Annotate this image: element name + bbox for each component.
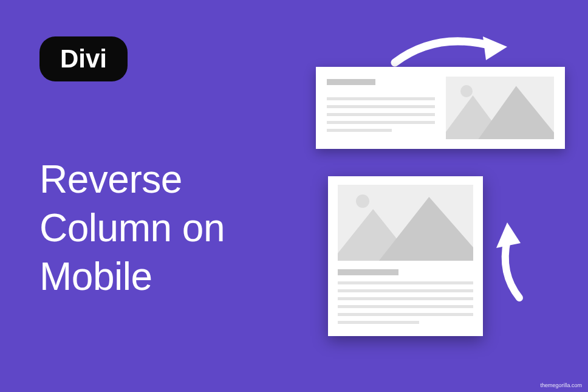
placeholder-line (338, 313, 473, 316)
placeholder-line (327, 129, 392, 132)
placeholder-heading (338, 269, 398, 275)
placeholder-line (327, 121, 435, 124)
image-column (446, 77, 554, 139)
arrow-up-icon (495, 219, 528, 304)
placeholder-line (327, 105, 435, 108)
desktop-layout-mock (316, 67, 565, 149)
arrow-right-icon (389, 33, 510, 67)
placeholder-line (338, 289, 473, 292)
placeholder-heading (327, 79, 375, 85)
placeholder-line (338, 305, 473, 308)
attribution-text: themegorilla.com (540, 382, 582, 388)
placeholder-line (338, 321, 419, 324)
title-line-3: Mobile (39, 255, 152, 298)
placeholder-line (327, 113, 435, 116)
brand-badge: Divi (39, 36, 128, 81)
placeholder-line (338, 297, 473, 300)
text-column (327, 77, 435, 139)
title-line-2: Column on (39, 206, 225, 250)
placeholder-line (338, 281, 473, 284)
mobile-layout-mock (328, 176, 483, 336)
placeholder-line (327, 97, 435, 100)
text-column (338, 281, 473, 324)
image-column (338, 185, 473, 261)
page-title: Reverse Column on Mobile (39, 155, 225, 301)
title-line-1: Reverse (39, 157, 182, 201)
